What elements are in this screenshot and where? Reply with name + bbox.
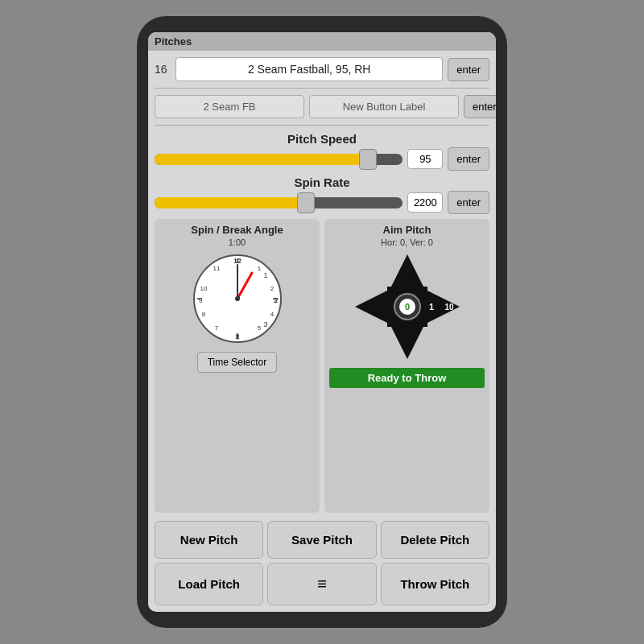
spin-rate-track [155,197,402,208]
pitch-speed-fill [155,154,368,165]
spin-rate-value: 2200 [407,192,443,213]
spin-rate-section: Spin Rate 2200 enter [155,175,489,214]
pitch-speed-thumb[interactable] [359,149,377,170]
pitch-speed-section: Pitch Speed 95 enter [155,132,489,171]
aim-pitch-title: Aim Pitch [383,224,431,236]
svg-text:1: 1 [263,271,267,279]
svg-text:3: 3 [263,320,267,328]
aim-pitch-panel: Aim Pitch Hor: 0, Ver: 0 [324,219,489,513]
spin-rate-slider-container[interactable] [155,194,402,212]
pitch-speed-value: 95 [407,149,443,169]
spin-break-title: Spin / Break Angle [191,224,283,236]
aim-coords: Hor: 0, Ver: 0 [381,237,433,247]
screen: Pitches 16 enter enter Pitch Speed [148,32,496,612]
pitch-speed-enter-button[interactable]: enter [448,147,489,171]
spin-rate-fill [155,197,306,208]
aim-pitch-diamond[interactable]: 0 1 10 [351,250,464,363]
svg-text:7: 7 [214,324,218,332]
spin-rate-enter-button[interactable]: enter [448,191,489,214]
svg-text:10: 10 [444,303,454,312]
pitch-name-input[interactable] [175,57,443,81]
bottom-buttons: New Pitch Save Pitch Delete Pitch Load P… [155,521,489,605]
spin-rate-label: Spin Rate [155,175,489,189]
delete-pitch-button[interactable]: Delete Pitch [381,521,489,559]
new-button-label-input[interactable] [309,95,459,118]
load-pitch-button[interactable]: Load Pitch [155,563,263,605]
device-frame: Pitches 16 enter enter Pitch Speed [137,16,507,628]
title-bar: Pitches [148,32,496,51]
short-name-input[interactable] [155,95,304,118]
svg-text:4: 4 [270,311,274,318]
pitch-speed-row: 95 enter [155,147,489,171]
svg-text:5: 5 [257,324,261,332]
main-input-row: 16 enter [155,57,489,81]
throw-pitch-button[interactable]: Throw Pitch [381,563,489,605]
ready-to-throw-bar: Ready to Throw [329,368,485,388]
save-pitch-button[interactable]: Save Pitch [267,521,376,559]
title-label: Pitches [155,35,192,47]
pitch-speed-label: Pitch Speed [155,132,489,146]
svg-text:10: 10 [200,285,207,292]
menu-button[interactable]: ≡ [267,563,376,605]
spin-break-panel: Spin / Break Angle 1:00 12 1 2 3 4 [155,219,320,513]
svg-text:1: 1 [428,302,433,312]
svg-text:0: 0 [404,302,409,312]
pitch-number: 16 [155,63,171,76]
bottom-panels: Spin / Break Angle 1:00 12 1 2 3 4 [155,219,489,513]
svg-marker-27 [355,291,387,323]
svg-text:2: 2 [270,285,274,292]
divider-1 [155,88,489,89]
time-selector-button[interactable]: Time Selector [197,352,278,373]
svg-text:1: 1 [257,265,261,272]
clock-display: 12 1 2 3 4 12 1 2 3 4 5 [189,250,286,347]
pitch-speed-slider-container[interactable] [155,151,402,168]
divider-2 [155,125,489,126]
pitch-speed-track [155,154,402,165]
spin-rate-row: 2200 enter [155,191,489,214]
label-row: enter [155,95,489,118]
svg-marker-26 [391,327,423,359]
main-enter-button[interactable]: enter [448,58,489,81]
screen-content: 16 enter enter Pitch Speed [148,51,496,612]
new-pitch-button[interactable]: New Pitch [155,521,263,559]
clock-svg: 12 1 2 3 4 12 1 2 3 4 5 [189,250,286,347]
clock-time-label: 1:00 [229,237,246,247]
svg-marker-25 [391,254,423,287]
svg-point-20 [235,296,240,301]
svg-text:8: 8 [201,311,205,318]
svg-text:11: 11 [213,265,220,272]
spin-rate-thumb[interactable] [297,192,315,213]
label-enter-button[interactable]: enter [464,95,496,118]
